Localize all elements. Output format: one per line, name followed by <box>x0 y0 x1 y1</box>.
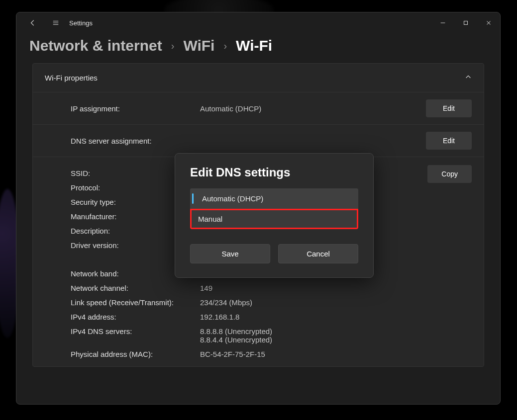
option-automatic[interactable]: Automatic (DHCP) <box>190 188 358 209</box>
back-button[interactable] <box>21 12 44 33</box>
ipv4-label: IPv4 address: <box>71 313 200 321</box>
cancel-button[interactable]: Cancel <box>278 244 358 263</box>
edit-ip-button[interactable]: Edit <box>426 99 472 117</box>
settings-window: Settings Network & internet › WiFi › Wi-… <box>16 12 501 405</box>
breadcrumb: Network & internet › WiFi › Wi-Fi <box>16 33 500 63</box>
maximize-button[interactable] <box>454 12 477 33</box>
svg-rect-0 <box>464 21 468 25</box>
panel-title: Wi-Fi properties <box>45 74 98 82</box>
dns-assignment-label: DNS server assignment: <box>71 137 200 145</box>
minimize-button[interactable] <box>431 12 454 33</box>
dns-server-2: 8.8.4.4 (Unencrypted) <box>200 336 472 344</box>
titlebar: Settings <box>16 12 500 33</box>
copy-button[interactable]: Copy <box>427 165 472 183</box>
hamburger-icon[interactable] <box>44 12 67 33</box>
dialog-title: Edit DNS settings <box>190 166 358 179</box>
breadcrumb-network[interactable]: Network & internet <box>29 37 162 54</box>
ip-assignment-row: IP assignment: Automatic (DHCP) Edit <box>33 92 484 124</box>
save-button[interactable]: Save <box>190 244 270 263</box>
mac-label: Physical address (MAC): <box>71 350 200 358</box>
mac-value: BC-54-2F-75-2F-15 <box>200 350 472 358</box>
edit-dns-dialog: Edit DNS settings Automatic (DHCP) Manua… <box>175 153 374 278</box>
close-button[interactable] <box>477 12 500 33</box>
channel-value: 149 <box>200 284 472 292</box>
link-label: Link speed (Receive/Transmit): <box>71 298 200 307</box>
channel-label: Network channel: <box>71 284 200 292</box>
panel-header[interactable]: Wi-Fi properties <box>33 64 484 92</box>
dns-assignment-row: DNS server assignment: Edit <box>33 124 484 157</box>
ipv4-value: 192.168.1.8 <box>200 313 472 321</box>
dns-server-1: 8.8.8.8 (Unencrypted) <box>200 327 472 336</box>
window-title: Settings <box>69 19 93 27</box>
chevron-right-icon: › <box>223 40 227 52</box>
dns-servers-label: IPv4 DNS servers: <box>71 327 200 344</box>
ip-assignment-label: IP assignment: <box>71 104 200 113</box>
chevron-right-icon: › <box>171 40 175 52</box>
dns-mode-select[interactable]: Automatic (DHCP) Manual <box>190 188 358 229</box>
chevron-up-icon <box>465 74 472 82</box>
link-value: 234/234 (Mbps) <box>200 298 472 307</box>
ip-assignment-value: Automatic (DHCP) <box>200 104 426 113</box>
option-manual[interactable]: Manual <box>190 209 358 229</box>
edit-dns-button[interactable]: Edit <box>426 132 472 150</box>
breadcrumb-wifi[interactable]: WiFi <box>183 37 214 54</box>
breadcrumb-current: Wi-Fi <box>236 37 272 54</box>
